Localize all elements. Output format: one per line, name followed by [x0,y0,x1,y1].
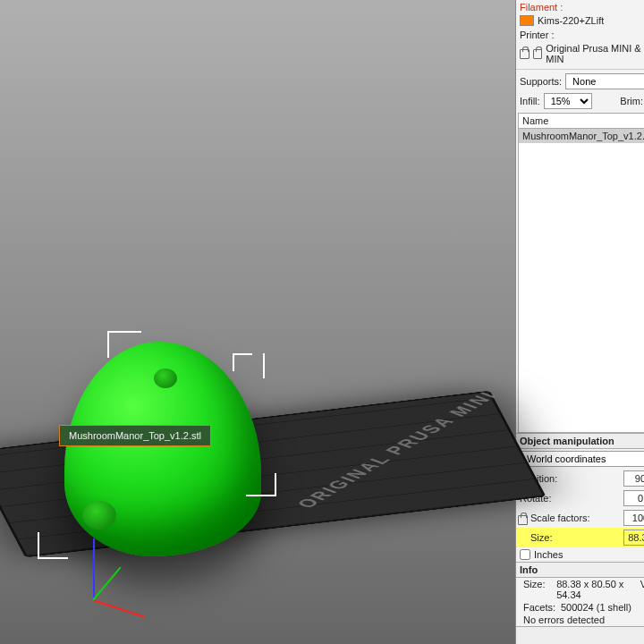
info-size-label: Size: [523,579,556,600]
object-list-item[interactable]: MushroomManor_Top_v1.2.stl [519,129,644,143]
model-mesh[interactable] [64,342,261,556]
printer-section-label: Printer : [516,28,644,41]
info-size-value: 88.38 x 80.50 x 54.34 [556,579,640,600]
lock-icon[interactable] [533,49,543,59]
bbox-corner [107,331,141,358]
axis-gizmo [93,538,95,601]
object-list[interactable]: MushroomManor_Top_v1.2.stl [518,129,644,433]
object-list-header[interactable]: Name [518,113,644,129]
inches-label: Inches [534,549,563,560]
supports-label: Supports: [520,76,562,87]
info-facets-value: 500024 (1 shell) [561,602,631,613]
coord-mode-select[interactable]: World coordinates [520,451,644,467]
printer-settings-icon[interactable] [520,49,530,59]
inches-checkbox[interactable] [520,549,530,560]
bbox-corner [38,532,68,559]
info-facets-label: Facets: [523,602,561,613]
info-header: Info [520,564,538,575]
infill-label: Infill: [520,96,540,106]
scale-lock-icon[interactable] [518,515,528,525]
printer-name: Original Prusa MINI & MIN [546,43,644,64]
info-vol-label: Vol [640,579,644,600]
rotate-x-input[interactable]: 0 [623,490,644,506]
size-label: Size: [530,532,623,543]
right-panel: Filament : Kims-220+ZLift Printer : Orig… [515,0,644,644]
info-errors: No errors detected [523,614,605,625]
object-tooltip: MushroomManor_Top_v1.2.stl [59,425,211,446]
infill-select[interactable]: 15% [544,93,592,109]
filament-swatch[interactable] [520,15,534,26]
bbox-corner [246,473,276,496]
position-x-input[interactable]: 90 [623,470,644,487]
brim-label: Brim: [620,96,643,106]
filament-name: Kims-220+ZLift [538,15,604,26]
bbox-corner [233,353,265,378]
viewport-3d[interactable]: MushroomManor_Top_v1.2.stl [0,0,515,644]
filament-section-label: Filament : [516,0,644,13]
size-x-input[interactable]: 88.38 [623,530,644,546]
manipulation-header: Object manipulation [520,436,614,446]
scale-label: Scale factors: [530,513,623,523]
scale-x-input[interactable]: 100 [623,510,644,526]
supports-select[interactable]: None [565,73,644,89]
